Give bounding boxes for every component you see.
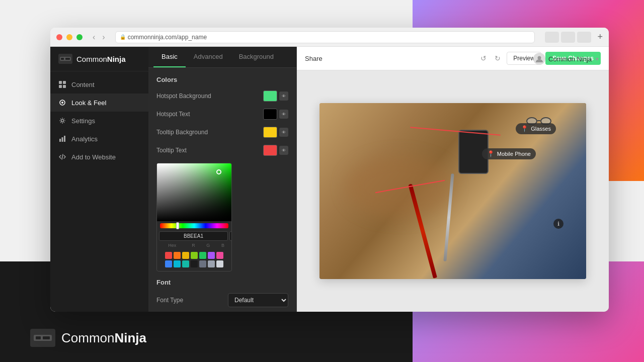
preset-cyan[interactable] [174, 260, 181, 267]
sidebar-label-look-feel: Look & Feel [71, 99, 106, 107]
hotspot-info-dot[interactable]: ℹ [553, 219, 564, 229]
swatch-tooltip-text: 👁 [263, 145, 288, 156]
account-avatar [533, 53, 545, 65]
url-text: commonninja.com/app_name [128, 34, 207, 41]
settings-tabs: Basic Advanced Background [148, 47, 296, 68]
eye-hotspot-text[interactable]: 👁 [279, 110, 288, 119]
bottom-branding: CommonNinja [30, 329, 146, 347]
logo-icon [58, 54, 72, 64]
browser-bar: ‹ › 🔒 commonninja.com/app_name + [50, 28, 609, 47]
preset-pink[interactable] [216, 252, 223, 259]
preset-colors [157, 250, 231, 271]
g-label: G [202, 243, 215, 248]
swatch-tooltip-bg-color[interactable] [263, 127, 277, 138]
preset-black[interactable] [191, 260, 198, 267]
font-type-select[interactable]: Default [228, 293, 288, 307]
svg-rect-14 [62, 137, 63, 142]
field-hotspot-text: Hotspot Text 👁 [156, 109, 288, 120]
gear-icon [58, 117, 66, 125]
browser-tab-3[interactable] [577, 32, 591, 43]
hue-thumb[interactable] [176, 222, 179, 229]
preset-lime[interactable] [191, 252, 198, 259]
traffic-light-green[interactable] [76, 34, 83, 40]
sidebar-item-analytics[interactable]: Analytics [50, 130, 148, 148]
preset-green[interactable] [199, 252, 206, 259]
swatch-tooltip-text-color[interactable] [263, 145, 277, 156]
preset-dark-gray[interactable] [199, 260, 206, 267]
hue-bar[interactable] [160, 223, 228, 228]
share-label: Share [305, 55, 323, 62]
input-labels: Hex R G B [157, 243, 231, 250]
color-picker-dot[interactable] [216, 169, 221, 174]
b-label: B [216, 243, 229, 248]
traffic-light-red[interactable] [56, 34, 62, 40]
tab-advanced[interactable]: Advanced [186, 47, 231, 67]
svg-rect-5 [65, 58, 70, 60]
forward-button[interactable]: › [100, 32, 107, 43]
color-gradient-area[interactable] [157, 163, 232, 221]
swatch-hotspot-text-color[interactable] [263, 109, 277, 120]
preset-teal[interactable] [182, 260, 189, 267]
image-highlight [346, 156, 453, 218]
preset-yellow[interactable] [182, 252, 189, 259]
preset-row-2 [159, 260, 229, 267]
sidebar-item-content[interactable]: Content [50, 75, 148, 94]
sidebar-label-analytics: Analytics [71, 135, 98, 143]
hotspot-phone-label: Mobile Phone [497, 151, 531, 157]
account-area[interactable]: Common Ninja ▼ [529, 51, 604, 67]
hotspot-glasses[interactable]: 📍 Glasses [516, 123, 556, 134]
swatch-tooltip-bg: 👁 [263, 127, 288, 138]
back-button[interactable]: ‹ [91, 32, 97, 43]
svg-rect-9 [63, 85, 66, 88]
new-tab-button[interactable]: + [597, 32, 603, 42]
svg-rect-6 [59, 81, 62, 84]
browser-nav: ‹ › [91, 32, 107, 43]
preset-orange[interactable] [174, 252, 181, 259]
preset-red[interactable] [165, 252, 172, 259]
preset-light-gray[interactable] [216, 260, 223, 267]
field-font-type: Font Type Default [156, 293, 288, 307]
browser-tab-1[interactable] [545, 32, 559, 43]
settings-content: Colors Hotspot Background 👁 Hotspot Text [148, 68, 296, 312]
settings-panel: Basic Advanced Background Colors Hotspot… [148, 47, 297, 312]
tab-basic[interactable]: Basic [153, 47, 186, 67]
preset-blue[interactable] [165, 260, 172, 267]
preset-purple[interactable] [208, 252, 215, 259]
r-input[interactable] [229, 231, 232, 241]
brand-text: CommonNinja [61, 330, 146, 346]
preset-mid-gray[interactable] [208, 260, 215, 267]
url-bar[interactable]: 🔒 commonninja.com/app_name [115, 31, 535, 43]
eye-tooltip-bg[interactable]: 👁 [279, 128, 288, 137]
hue-bar-container [157, 221, 231, 228]
hotspot-mobile-phone[interactable]: 📍 Mobile Phone [482, 148, 536, 159]
preset-row-1 [159, 252, 229, 259]
account-chevron[interactable]: ▼ [595, 56, 600, 62]
color-inputs [157, 228, 231, 243]
browser-window: ‹ › 🔒 commonninja.com/app_name + [50, 28, 609, 312]
svg-rect-7 [63, 81, 66, 84]
grid-icon [58, 80, 66, 88]
sidebar-item-settings[interactable]: Settings [50, 112, 148, 130]
browser-tab-2[interactable] [561, 32, 575, 43]
r-label: R [187, 243, 200, 248]
traffic-light-yellow[interactable] [66, 34, 72, 40]
preview-image: 📍 Glasses 📍 Mobile Phone ℹ [319, 103, 586, 279]
svg-rect-8 [59, 85, 62, 88]
swatch-hotspot-bg-color[interactable] [263, 90, 277, 102]
eye-hotspot-bg[interactable]: 👁 [279, 92, 288, 101]
font-section-title: Font [156, 279, 288, 286]
sidebar-label-settings: Settings [71, 117, 95, 125]
hex-input[interactable] [159, 231, 228, 241]
svg-point-12 [61, 120, 64, 122]
eye-tooltip-text[interactable]: 👁 [279, 146, 288, 155]
tab-background[interactable]: Background [231, 47, 282, 67]
sidebar-item-look-feel[interactable]: Look & Feel [50, 94, 148, 112]
label-hotspot-text: Hotspot Text [156, 111, 190, 118]
label-font-type: Font Type [156, 297, 183, 304]
brush-icon [58, 99, 66, 107]
sidebar-item-add-website[interactable]: Add to Website [50, 148, 148, 166]
field-tooltip-bg: Tooltip Background 👁 [156, 127, 288, 138]
undo-button[interactable]: ↺ [478, 52, 489, 64]
redo-button[interactable]: ↻ [493, 52, 503, 64]
color-picker-popup[interactable]: Hex R G B [156, 163, 232, 272]
